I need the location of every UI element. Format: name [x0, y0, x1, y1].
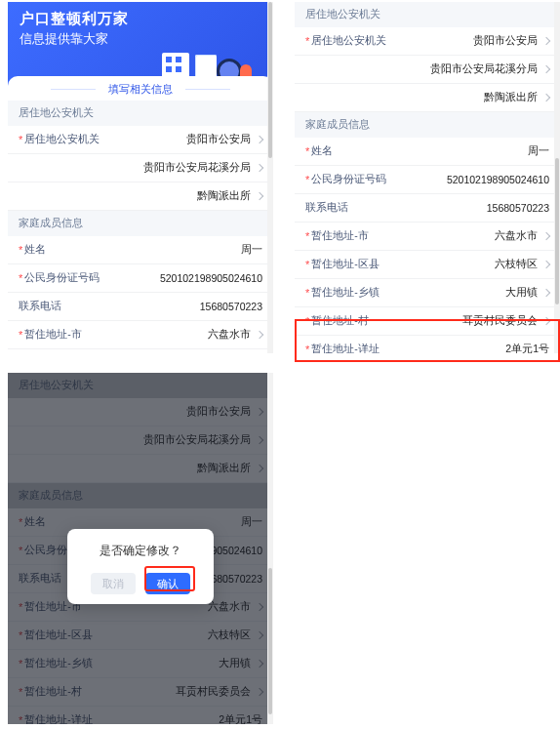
row-phone[interactable]: 联系电话 15680570223 — [8, 293, 273, 321]
screen-confirm-modal: 居住地公安机关 贵阳市公安局 贵阳市公安局花溪分局 黔陶派出所 家庭成员信息 姓… — [8, 373, 273, 724]
row-police-sub[interactable]: 贵阳市公安局花溪分局 — [295, 56, 560, 84]
chevron-right-icon — [542, 37, 550, 45]
value-addr-city: 六盘水市 — [208, 328, 251, 342]
row-idno[interactable]: 公民身份证号码520102198905024610 — [295, 166, 560, 194]
section-member: 家庭成员信息 — [8, 211, 273, 236]
banner: 户口整顿利万家 信息提供靠大家 — [8, 2, 273, 86]
row-police-station[interactable]: 黔陶派出所 — [295, 84, 560, 112]
row-addr-district[interactable]: 暂住地址-区县六枝特区 — [295, 251, 560, 279]
label-police-org: 居住地公安机关 — [19, 133, 100, 146]
chevron-right-icon — [542, 94, 550, 101]
modal-title: 是否确定修改？ — [79, 543, 202, 559]
row-addr-village[interactable]: 暂住地址-村耳贡村民委员会 — [295, 307, 560, 336]
value-phone: 15680570223 — [200, 301, 262, 312]
scrollbar[interactable] — [554, 2, 560, 353]
chevron-right-icon — [542, 289, 550, 297]
cancel-button[interactable]: 取消 — [91, 573, 136, 594]
chevron-right-icon — [542, 261, 550, 268]
scrollbar[interactable] — [267, 2, 273, 353]
screen-form-bottom: 居住地公安机关 居住地公安机关 贵阳市公安局 贵阳市公安局花溪分局 黔陶派出所 … — [295, 2, 560, 353]
screen-form-top: 户口整顿利万家 信息提供靠大家 填写相关信息 居住地公安机关 居住地公安机关 贵… — [8, 2, 273, 353]
section-member: 家庭成员信息 — [295, 112, 560, 138]
value-idno: 520102198905024610 — [160, 272, 262, 284]
row-police-station[interactable]: 黔陶派出所 — [8, 182, 273, 211]
row-police-org[interactable]: 居住地公安机关 贵阳市公安局 — [295, 27, 560, 56]
row-phone[interactable]: 联系电话15680570223 — [295, 194, 560, 223]
section-police: 居住地公安机关 — [295, 2, 560, 27]
row-addr-city[interactable]: 暂住地址-市 六盘水市 — [8, 321, 273, 349]
row-addr-district[interactable]: 暂住地址-区县 六枝特区 — [8, 349, 273, 353]
row-police-sub[interactable]: 贵阳市公安局花溪分局 — [8, 154, 273, 182]
chevron-right-icon — [542, 232, 550, 240]
confirm-button[interactable]: 确认 — [145, 573, 190, 594]
row-addr-detail[interactable]: 暂住地址-详址2单元1号 — [295, 336, 560, 353]
value-name: 周一 — [241, 243, 262, 257]
confirm-modal: 是否确定修改？ 取消 确认 — [67, 529, 214, 604]
chevron-right-icon — [256, 164, 263, 172]
scrollbar[interactable] — [267, 373, 273, 724]
chevron-right-icon — [256, 192, 263, 200]
chevron-right-icon — [542, 317, 550, 325]
value-police-org-2: 贵阳市公安局花溪分局 — [143, 161, 262, 175]
section-police: 居住地公安机关 — [8, 101, 273, 126]
chevron-right-icon — [256, 136, 263, 143]
row-addr-city[interactable]: 暂住地址-市六盘水市 — [295, 223, 560, 251]
banner-title-1: 户口整顿利万家 — [20, 10, 261, 28]
row-addr-town[interactable]: 暂住地址-乡镇大用镇 — [295, 279, 560, 307]
chevron-right-icon — [542, 65, 550, 73]
row-idno[interactable]: 公民身份证号码 520102198905024610 — [8, 264, 273, 293]
value-police-org-3: 黔陶派出所 — [197, 189, 262, 203]
row-name[interactable]: 姓名 周一 — [8, 236, 273, 264]
row-name[interactable]: 姓名周一 — [295, 138, 560, 166]
card-title: 填写相关信息 — [8, 76, 273, 101]
chevron-right-icon — [256, 331, 263, 339]
value-police-org-1: 贵阳市公安局 — [186, 133, 262, 146]
row-police-org[interactable]: 居住地公安机关 贵阳市公安局 — [8, 126, 273, 154]
